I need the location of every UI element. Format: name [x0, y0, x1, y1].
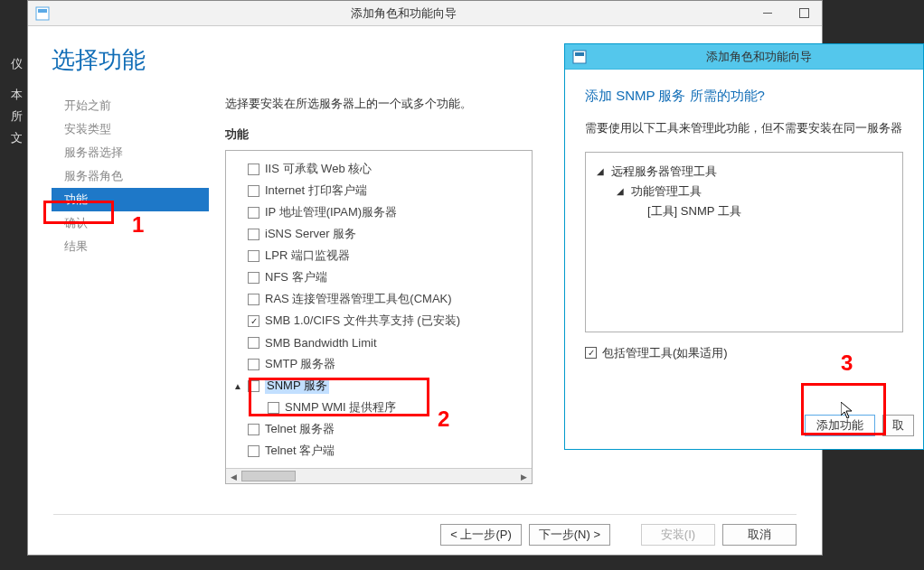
previous-button[interactable]: < 上一步(P) [440, 524, 522, 546]
feature-label: iSNS Server 服务 [265, 226, 356, 242]
tree-label: [工具] SNMP 工具 [647, 203, 741, 220]
checkbox-icon[interactable] [248, 207, 259, 219]
next-button[interactable]: 下一步(N) > [529, 524, 610, 546]
checkbox-icon[interactable] [248, 250, 259, 262]
include-tools-label: 包括管理工具(如果适用) [602, 345, 728, 361]
background-text: 所 [11, 108, 23, 125]
feature-item[interactable]: IIS 可承载 Web 核心 [226, 158, 532, 180]
triangle-icon[interactable]: ◢ [617, 186, 627, 196]
background-text: 仪 [11, 56, 23, 72]
install-button[interactable]: 安装(I) [641, 524, 715, 546]
sidebar-step-result[interactable]: 结果 [52, 235, 209, 258]
checkbox-icon[interactable] [248, 424, 259, 435]
wizard-sidebar: 开始之前 安装类型 服务器选择 服务器角色 功能 确认 结果 [28, 90, 209, 560]
maximize-button[interactable] [786, 1, 822, 26]
horizontal-scrollbar[interactable]: ◀ ▶ [226, 468, 532, 483]
feature-item[interactable]: iSNS Server 服务 [226, 223, 532, 245]
dialog-cancel-button[interactable]: 取 [882, 415, 914, 436]
feature-item[interactable]: SMB Bandwidth Limit [226, 332, 532, 353]
sidebar-step-features[interactable]: 功能 [52, 188, 209, 211]
add-feature-button[interactable]: 添加功能 [805, 415, 875, 436]
feature-label: IP 地址管理(IPAM)服务器 [265, 204, 397, 220]
dialog-button-row: 添加功能 取 [805, 415, 914, 436]
triangle-icon[interactable]: ◢ [597, 166, 608, 176]
add-feature-dialog: 添加角色和功能向导 添加 SNMP 服务 所需的功能? 需要使用以下工具来管理此… [564, 43, 924, 450]
feature-item[interactable]: SMTP 服务器 [226, 353, 532, 375]
sidebar-step-before[interactable]: 开始之前 [52, 94, 209, 117]
background-text: 文 [11, 130, 23, 146]
feature-label: IIS 可承载 Web 核心 [265, 161, 372, 177]
checkbox-icon[interactable] [248, 185, 259, 197]
feature-item[interactable]: RAS 连接管理器管理工具包(CMAK) [226, 288, 532, 310]
feature-label: NFS 客户端 [265, 269, 327, 285]
scroll-track[interactable] [241, 469, 516, 483]
feature-label: SNMP WMI 提供程序 [285, 399, 396, 416]
sidebar-step-install-type[interactable]: 安装类型 [52, 117, 209, 141]
expander-icon[interactable]: ▲ [233, 381, 242, 391]
feature-item[interactable]: Telnet 服务器 [226, 418, 532, 440]
include-tools-row[interactable]: 包括管理工具(如果适用) [585, 345, 903, 361]
scroll-left-icon[interactable]: ◀ [226, 469, 241, 484]
checkbox-icon[interactable] [248, 272, 259, 284]
checkbox-icon[interactable] [248, 337, 259, 349]
scroll-thumb[interactable] [241, 471, 296, 481]
minimize-button[interactable] [750, 1, 786, 26]
feature-label: Telnet 服务器 [265, 421, 335, 437]
app-icon [35, 6, 50, 21]
checkbox-icon[interactable] [268, 402, 279, 414]
feature-item[interactable]: NFS 客户端 [226, 266, 532, 288]
tree-item[interactable]: ◢远程服务器管理工具 [597, 162, 891, 182]
tree-label: 远程服务器管理工具 [611, 164, 717, 180]
sidebar-step-server-select[interactable]: 服务器选择 [52, 141, 209, 164]
feature-label: RAS 连接管理器管理工具包(CMAK) [265, 291, 452, 307]
required-tools-tree[interactable]: ◢远程服务器管理工具 ◢功能管理工具 [工具] SNMP 工具 [585, 152, 903, 332]
window-title: 添加角色和功能向导 [57, 5, 750, 22]
wizard-button-row: < 上一步(P) 下一步(N) > 安装(I) 取消 [28, 524, 822, 546]
checkbox-icon[interactable] [585, 347, 597, 359]
sidebar-step-confirm[interactable]: 确认 [52, 211, 209, 235]
checkbox-icon[interactable] [248, 380, 259, 392]
feature-label: SNMP 服务 [265, 378, 329, 394]
titlebar[interactable]: 添加角色和功能向导 [28, 1, 822, 26]
feature-item[interactable]: SNMP WMI 提供程序 [226, 397, 532, 418]
checkbox-icon[interactable] [248, 164, 259, 175]
dialog-question: 添加 SNMP 服务 所需的功能? [585, 88, 903, 105]
divider [53, 514, 797, 515]
feature-label: Telnet 客户端 [265, 443, 335, 459]
dialog-description: 需要使用以下工具来管理此功能，但不需要安装在同一服务器 [585, 119, 903, 137]
feature-item[interactable]: Internet 打印客户端 [226, 180, 532, 201]
features-listbox[interactable]: IIS 可承载 Web 核心 Internet 打印客户端 IP 地址管理(IP… [225, 150, 533, 484]
feature-label: SMTP 服务器 [265, 356, 336, 372]
feature-label: LPR 端口监视器 [265, 248, 350, 264]
tree-item[interactable]: ◢功能管理工具 [597, 182, 891, 201]
checkbox-icon[interactable] [248, 445, 259, 457]
feature-label: SMB Bandwidth Limit [265, 336, 377, 350]
cancel-button[interactable]: 取消 [722, 524, 797, 546]
feature-item[interactable]: Telnet 客户端 [226, 440, 532, 462]
checkbox-icon[interactable] [248, 315, 259, 327]
feature-item-snmp[interactable]: ▲SNMP 服务 [226, 375, 532, 397]
feature-item[interactable]: SMB 1.0/CIFS 文件共享支持 (已安装) [226, 310, 532, 332]
tree-label: 功能管理工具 [631, 183, 702, 200]
titlebar[interactable]: 添加角色和功能向导 [565, 44, 923, 70]
checkbox-icon[interactable] [248, 229, 259, 240]
checkbox-icon[interactable] [248, 359, 259, 370]
feature-item[interactable]: IP 地址管理(IPAM)服务器 [226, 201, 532, 223]
scroll-right-icon[interactable]: ▶ [516, 469, 532, 484]
background-text: 本 [11, 87, 23, 103]
feature-label: Internet 打印客户端 [265, 182, 367, 199]
feature-label: SMB 1.0/CIFS 文件共享支持 (已安装) [265, 313, 460, 329]
tree-item[interactable]: [工具] SNMP 工具 [597, 201, 891, 221]
app-icon [572, 50, 587, 64]
feature-item[interactable]: LPR 端口监视器 [226, 245, 532, 266]
sidebar-step-server-roles[interactable]: 服务器角色 [52, 164, 209, 188]
svg-rect-3 [575, 52, 584, 56]
dialog-title: 添加角色和功能向导 [594, 49, 923, 65]
checkbox-icon[interactable] [248, 294, 259, 305]
svg-rect-1 [38, 9, 47, 13]
